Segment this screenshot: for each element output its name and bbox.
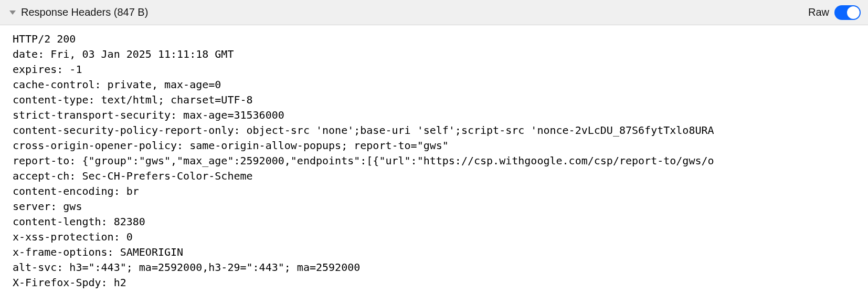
toggle-knob-icon bbox=[847, 6, 860, 19]
raw-toggle[interactable] bbox=[834, 5, 861, 20]
raw-headers-content: HTTP/2 200 date: Fri, 03 Jan 2025 11:11:… bbox=[0, 25, 868, 293]
disclosure-triangle-icon[interactable] bbox=[9, 11, 16, 15]
header-right-group: Raw bbox=[808, 5, 861, 20]
section-title: Response Headers (847 B) bbox=[21, 6, 148, 18]
response-headers-section-header: Response Headers (847 B) Raw bbox=[0, 0, 868, 25]
raw-toggle-label: Raw bbox=[808, 6, 829, 18]
header-left-group: Response Headers (847 B) bbox=[9, 6, 148, 18]
